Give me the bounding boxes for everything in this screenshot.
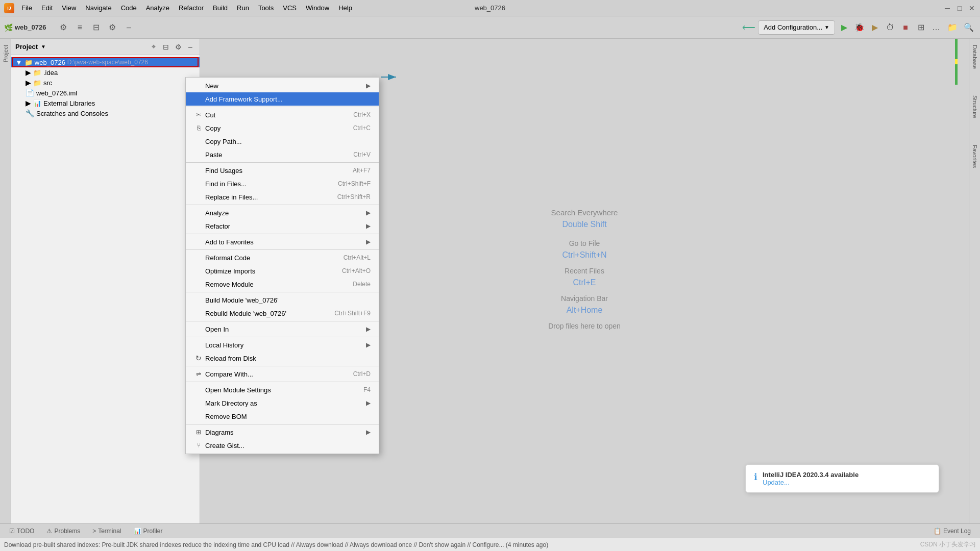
menu-vcs[interactable]: VCS	[279, 3, 301, 13]
menu-analyze[interactable]: Analyze	[142, 3, 174, 13]
nav-back-icon[interactable]: ⟵	[742, 20, 756, 35]
ctx-item-create-gist[interactable]: ⑂ Create Gist...	[186, 439, 379, 452]
ctx-label-add-favorites: Add to Favorites	[205, 238, 362, 246]
menu-help[interactable]: Help	[334, 3, 356, 13]
ctx-item-refactor[interactable]: Refactor ▶	[186, 219, 379, 233]
ctx-item-cut[interactable]: ✂ Cut Ctrl+X	[186, 108, 379, 121]
ctx-item-diagrams[interactable]: ⊞ Diagrams ▶	[186, 425, 379, 439]
tab-profiler[interactable]: 📊 Profiler	[129, 524, 168, 538]
panel-settings-icon[interactable]: ⚙	[173, 42, 183, 52]
tree-item-idea[interactable]: ▶ 📁 .idea	[11, 67, 200, 78]
ctx-item-find-usages[interactable]: Find Usages Alt+F7	[186, 164, 379, 177]
menu-navigate[interactable]: Navigate	[81, 3, 115, 13]
module-settings-shortcut: F4	[363, 386, 371, 393]
add-configuration-button[interactable]: Add Configuration... ▼	[758, 20, 835, 35]
add-config-dropdown-icon: ▼	[824, 24, 829, 30]
ctx-item-module-settings[interactable]: Open Module Settings F4	[186, 383, 379, 396]
folder-expand-icon: ▼	[15, 58, 22, 66]
scroll-to-source-icon[interactable]: ⌖	[149, 42, 159, 52]
ctx-item-add-favorites[interactable]: Add to Favorites ▶	[186, 235, 379, 248]
tree-item-root[interactable]: ▼ 📁 web_0726 D:\java-web-space\web_0726	[11, 57, 200, 67]
menu-window[interactable]: Window	[302, 3, 333, 13]
debug-button[interactable]: 🐞	[852, 20, 867, 35]
collapse-icon[interactable]: ⊟	[89, 20, 103, 35]
ctx-item-replace-files[interactable]: Replace in Files... Ctrl+Shift+R	[186, 190, 379, 204]
tree-item-src[interactable]: ▶ 📁 src	[11, 78, 200, 88]
coverage-button[interactable]: ▶	[868, 20, 882, 35]
ctx-label-module-settings: Open Module Settings	[205, 386, 355, 394]
ctx-item-open-in[interactable]: Open In ▶	[186, 322, 379, 336]
copy-icon: ⎘	[194, 124, 203, 132]
sidebar-structure[interactable]: Structure	[971, 91, 979, 122]
ctx-item-analyze[interactable]: Analyze ▶	[186, 206, 379, 219]
ctx-item-copy[interactable]: ⎘ Copy Ctrl+C	[186, 121, 379, 135]
refresh-icon[interactable]: ⚙	[56, 20, 70, 35]
external-libs-label: External Libraries	[43, 99, 95, 107]
root-project-path: D:\java-web-space\web_0726	[67, 59, 148, 66]
menu-tools[interactable]: Tools	[254, 3, 278, 13]
ctx-item-reload[interactable]: ↻ Reload from Disk	[186, 352, 379, 365]
expand-icon[interactable]: ≡	[72, 20, 87, 35]
sidebar-item-project[interactable]: Project	[2, 41, 10, 66]
ctx-item-optimize[interactable]: Optimize Imports Ctrl+Alt+O	[186, 264, 379, 278]
more-button[interactable]: …	[929, 20, 943, 35]
cut-shortcut: Ctrl+X	[353, 111, 371, 118]
ctx-item-reformat[interactable]: Reformat Code Ctrl+Alt+L	[186, 251, 379, 264]
bottom-tabs: ☑ TODO ⚠ Problems > Terminal 📊 Profiler …	[0, 523, 980, 538]
stop-button[interactable]: ■	[898, 20, 913, 35]
ctx-item-find-files[interactable]: Find in Files... Ctrl+Shift+F	[186, 177, 379, 190]
tab-event-log[interactable]: 📋 Event Log	[928, 524, 976, 538]
profiler-button[interactable]: ⏱	[883, 20, 897, 35]
find-action-button[interactable]: 🔍	[962, 20, 976, 35]
menu-refactor[interactable]: Refactor	[175, 3, 208, 13]
ctx-item-new[interactable]: New ▶	[186, 79, 379, 92]
ctx-item-mark-directory[interactable]: Mark Directory as ▶	[186, 396, 379, 410]
tree-item-scratches[interactable]: 🔧 Scratches and Consoles	[11, 108, 200, 118]
run-button[interactable]: ▶	[837, 20, 851, 35]
tab-problems[interactable]: ⚠ Problems	[41, 524, 85, 538]
terminal-icon: >	[92, 528, 96, 535]
collapsed-icon: ▶	[26, 68, 31, 77]
update-link[interactable]: Update...	[763, 479, 790, 486]
project-structure-button[interactable]: 📁	[945, 20, 960, 35]
menu-code[interactable]: Code	[117, 3, 141, 13]
ctx-item-copy-path[interactable]: Copy Path...	[186, 135, 379, 148]
ctx-item-build-module[interactable]: Build Module 'web_0726'	[186, 293, 379, 307]
ctx-label-rebuild-module: Rebuild Module 'web_0726'	[205, 310, 326, 317]
minimize-button[interactable]: ─	[943, 4, 951, 12]
notification-title: IntelliJ IDEA 2020.3.4 available	[763, 471, 930, 479]
sidebar-favorites[interactable]: Favorites	[971, 141, 979, 172]
ctx-item-remove-module[interactable]: Remove Module Delete	[186, 278, 379, 291]
ctx-item-add-framework[interactable]: Add Framework Support...	[186, 92, 379, 106]
panel-close-icon[interactable]: –	[185, 42, 195, 52]
settings-icon[interactable]: ⚙	[105, 20, 119, 35]
diagrams-arrow-icon: ▶	[366, 429, 371, 436]
main-layout: Project Project ▼ ⌖ ⊟ ⚙ – ▼ 📁 web_0726 D…	[0, 39, 980, 523]
ctx-label-diagrams: Diagrams	[205, 429, 362, 436]
maximize-button[interactable]: □	[955, 4, 964, 12]
menu-build[interactable]: Build	[209, 3, 232, 13]
ctx-item-paste[interactable]: Paste Ctrl+V	[186, 148, 379, 161]
ctx-item-rebuild-module[interactable]: Rebuild Module 'web_0726' Ctrl+Shift+F9	[186, 307, 379, 320]
ctx-item-remove-bom[interactable]: Remove BOM	[186, 410, 379, 423]
idea-label: .idea	[43, 69, 58, 77]
close-button[interactable]: ✕	[968, 4, 976, 12]
tree-item-iml[interactable]: 📄 web_0726.iml	[11, 88, 200, 98]
menu-view[interactable]: View	[58, 3, 80, 13]
project-panel-dropdown-icon[interactable]: ▼	[41, 44, 46, 49]
run-manager-button[interactable]: ⊞	[914, 20, 928, 35]
collapse-all-icon[interactable]: ⊟	[161, 42, 171, 52]
menu-run[interactable]: Run	[233, 3, 253, 13]
sidebar-database[interactable]: Database	[971, 41, 979, 73]
ctx-item-compare[interactable]: ⇌ Compare With... Ctrl+D	[186, 367, 379, 381]
tab-terminal[interactable]: > Terminal	[87, 524, 126, 538]
tree-item-external-libs[interactable]: ▶ 📊 External Libraries	[11, 98, 200, 108]
ctx-item-local-history[interactable]: Local History ▶	[186, 338, 379, 352]
close-panel-icon[interactable]: –	[121, 20, 136, 35]
panel-icons: ⌖ ⊟ ⚙ –	[149, 42, 195, 52]
tab-todo[interactable]: ☑ TODO	[4, 524, 39, 538]
rebuild-shortcut: Ctrl+Shift+F9	[334, 310, 371, 317]
menu-edit[interactable]: Edit	[37, 3, 57, 13]
event-log-label: Event Log	[943, 528, 971, 535]
menu-file[interactable]: File	[17, 3, 36, 13]
